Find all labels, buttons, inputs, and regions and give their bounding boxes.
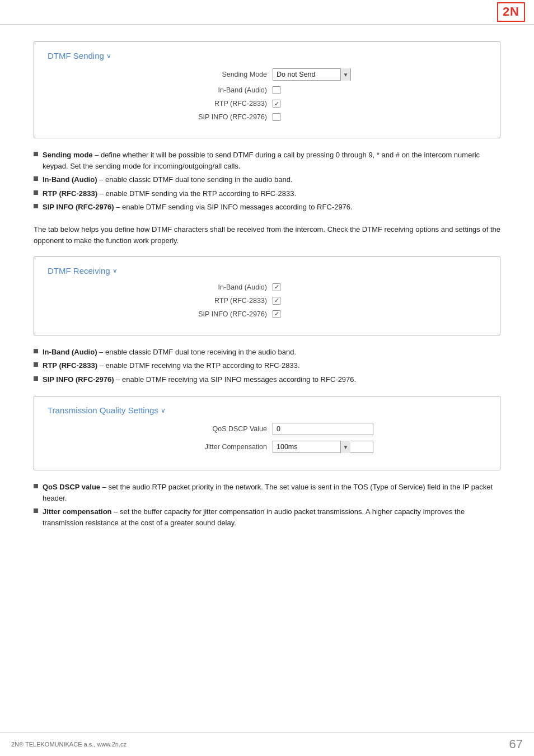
rtp-sending-label: RTP (RFC-2833) [161,100,273,108]
sending-mode-value: Do not Send [273,69,340,80]
sip-info-sending-control[interactable] [273,113,373,121]
bullet-icon [34,190,38,195]
bullet-icon [34,362,38,367]
sending-mode-select[interactable]: Do not Send ▼ [273,68,351,81]
bullet-text: RTP (RFC-2833) – enable DTMF sending via… [43,188,296,199]
sip-info-receiving-label: SIP INFO (RFC-2976) [161,310,273,318]
qos-input[interactable] [273,423,373,435]
sip-info-receiving-control[interactable]: ✓ [273,310,373,318]
in-band-sending-control[interactable] [273,86,373,94]
bullet-text: QoS DSCP value – set the audio RTP packe… [43,482,500,503]
jitter-control[interactable]: 100ms ▼ [273,441,373,453]
list-item: Jitter compensation – set the buffer cap… [34,506,500,528]
footer-left: 2N® TELEKOMUNIKACE a.s., www.2n.cz [11,741,127,748]
top-bar: 2N [0,0,534,25]
qos-control[interactable] [273,423,373,435]
rtp-sending-row: RTP (RFC-2833) ✓ [48,100,486,108]
jitter-label: Jitter Compensation [161,443,273,451]
footer-right: 67 [509,737,523,752]
in-band-receiving-label: In-Band (Audio) [161,283,273,291]
bullet-text: SIP INFO (RFC-2976) – enable DTMF sendin… [43,202,353,213]
rtp-receiving-checkbox[interactable]: ✓ [273,297,280,305]
list-item: QoS DSCP value – set the audio RTP packe… [34,482,500,503]
transmission-quality-box: Transmission Quality Settings ∨ QoS DSCP… [34,396,500,470]
sip-info-sending-row: SIP INFO (RFC-2976) [48,113,486,121]
in-band-sending-label: In-Band (Audio) [161,86,273,94]
bullet-icon [34,349,38,353]
bullet-icon [34,484,38,488]
rtp-sending-control[interactable]: ✓ [273,100,373,108]
list-item: In-Band (Audio) – enable classic DTMF du… [34,174,500,185]
in-band-receiving-control[interactable]: ✓ [273,283,373,291]
jitter-select[interactable]: 100ms ▼ [273,441,373,453]
jitter-arrow[interactable]: ▼ [340,441,350,453]
sending-mode-row: Sending Mode Do not Send ▼ [48,68,486,81]
qos-label: QoS DSCP Value [161,425,273,433]
rtp-receiving-label: RTP (RFC-2833) [161,297,273,305]
sip-info-receiving-checkbox[interactable]: ✓ [273,310,280,318]
sending-bullet-list: Sending mode – define whether it will be… [34,150,500,213]
dtmf-receiving-chevron: ∨ [113,267,118,274]
dtmf-sending-title[interactable]: DTMF Sending ∨ [48,51,486,60]
list-item: SIP INFO (RFC-2976) – enable DTMF receiv… [34,374,500,385]
in-band-receiving-row: In-Band (Audio) ✓ [48,283,486,291]
bullet-icon [34,376,38,381]
bullet-icon [34,152,38,156]
dtmf-receiving-box: DTMF Receiving ∨ In-Band (Audio) ✓ RTP (… [34,256,500,335]
bullet-text: In-Band (Audio) – enable classic DTMF du… [43,174,293,185]
receiving-bullet-list: In-Band (Audio) – enable classic DTMF du… [34,347,500,385]
rtp-receiving-row: RTP (RFC-2833) ✓ [48,297,486,305]
rtp-receiving-control[interactable]: ✓ [273,297,373,305]
rtp-sending-checkbox[interactable]: ✓ [273,100,280,108]
jitter-value: 100ms [273,442,340,452]
bullet-text: SIP INFO (RFC-2976) – enable DTMF receiv… [43,374,356,385]
list-item: RTP (RFC-2833) – enable DTMF sending via… [34,188,500,199]
bullet-icon [34,508,38,513]
list-item: In-Band (Audio) – enable classic DTMF du… [34,347,500,358]
bullet-text: Sending mode – define whether it will be… [43,150,500,171]
dtmf-sending-chevron: ∨ [106,52,111,60]
quality-bullet-list: QoS DSCP value – set the audio RTP packe… [34,482,500,528]
sending-mode-label: Sending Mode [161,71,273,78]
bullet-text: Jitter compensation – set the buffer cap… [43,506,500,528]
bullet-icon [34,204,38,208]
qos-row: QoS DSCP Value [48,423,486,435]
list-item: RTP (RFC-2833) – enable DTMF receiving v… [34,360,500,371]
bullet-text: In-Band (Audio) – enable classic DTMF du… [43,347,296,358]
in-band-sending-row: In-Band (Audio) [48,86,486,94]
in-band-sending-checkbox[interactable] [273,86,280,94]
footer: 2N® TELEKOMUNIKACE a.s., www.2n.cz 67 [0,732,534,756]
receiving-paragraph: The tab below helps you define how DTMF … [34,224,500,246]
logo: 2N [497,2,525,21]
list-item: SIP INFO (RFC-2976) – enable DTMF sendin… [34,202,500,213]
sending-mode-arrow[interactable]: ▼ [340,68,350,81]
bullet-text: RTP (RFC-2833) – enable DTMF receiving v… [43,360,300,371]
dtmf-receiving-title[interactable]: DTMF Receiving ∨ [48,266,486,276]
sip-info-receiving-row: SIP INFO (RFC-2976) ✓ [48,310,486,318]
list-item: Sending mode – define whether it will be… [34,150,500,171]
main-content: DTMF Sending ∨ Sending Mode Do not Send … [0,25,534,556]
sip-info-sending-checkbox[interactable] [273,113,280,121]
sending-mode-control[interactable]: Do not Send ▼ [273,68,373,81]
sip-info-sending-label: SIP INFO (RFC-2976) [161,113,273,121]
transmission-quality-chevron: ∨ [161,407,166,414]
bullet-icon [34,176,38,181]
transmission-quality-title[interactable]: Transmission Quality Settings ∨ [48,405,486,415]
in-band-receiving-checkbox[interactable]: ✓ [273,283,280,291]
jitter-row: Jitter Compensation 100ms ▼ [48,441,486,453]
dtmf-sending-box: DTMF Sending ∨ Sending Mode Do not Send … [34,41,500,138]
